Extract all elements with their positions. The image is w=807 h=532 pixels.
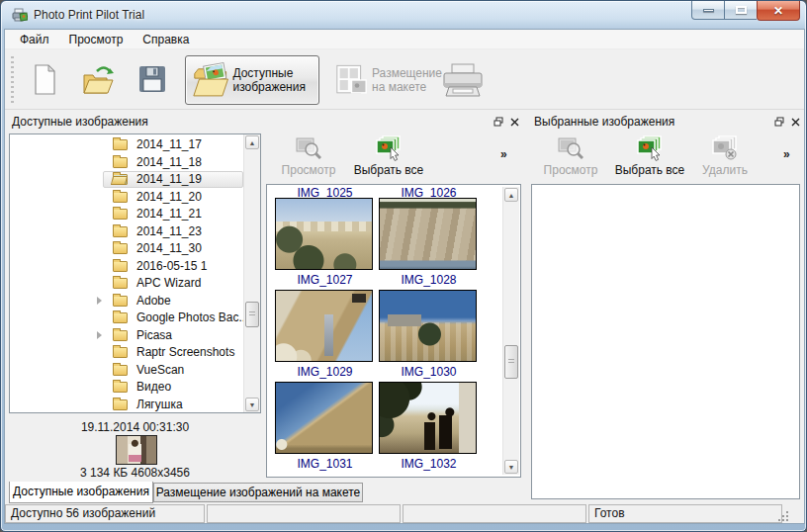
tree-item-label: Google Photos Bac... [136,310,248,324]
new-document-button[interactable] [31,64,58,100]
menu-bar: Файл Просмотр Справка [5,30,804,49]
maximize-button[interactable] [725,1,757,20]
folder-icon [113,330,128,341]
thumbnail-item[interactable]: IMG_1030 [379,290,479,379]
tree-item[interactable]: Google Photos Bac... [10,310,260,327]
status-section-empty [207,504,401,523]
selected-select-all-button[interactable]: Выбрать все [608,135,691,181]
thumbnail-item[interactable]: IMG_1027 [275,198,375,287]
thumbnail-item[interactable]: IMG_1029 [275,290,375,379]
folder-icon [113,399,128,410]
resize-grip[interactable] [778,511,788,521]
toolbar-drag-handle[interactable] [11,56,14,104]
selected-delete-button: Удалить [693,135,757,181]
status-ready: Готов [588,504,782,523]
open-button[interactable] [82,66,116,100]
expand-arrow-icon[interactable] [97,297,102,305]
menu-file[interactable]: Файл [10,31,59,48]
float-panel-button[interactable] [492,115,505,129]
tree-item[interactable]: 2014_11_23 [10,223,260,241]
thumbnails-list[interactable]: IMG_1025 IMG_1026 IMG_1027 IMG_1028 IMG_… [266,184,521,478]
scroll-up-icon[interactable]: ▲ [245,135,259,149]
minimize-button[interactable] [691,1,725,20]
selected-select-all-label: Выбрать все [615,163,685,177]
thumbs-toolbar-overflow-icon[interactable]: » [500,147,507,161]
layout-icon [335,62,368,98]
tab-available-images[interactable]: Доступные изображения [9,482,153,503]
float-panel-icon [493,117,503,127]
float-panel-button[interactable] [772,115,786,129]
thumbnail-photo[interactable] [275,382,373,454]
app-window: Photo Print Pilot Trial ✕ Файл Просмотр … [0,0,807,532]
close-icon: ✕ [773,5,783,17]
tree-item-label: Raptr Screenshots [136,345,234,359]
tree-scrollbar[interactable]: ▲ ▼ [243,134,260,412]
tree-item[interactable]: 2014_11_30 [10,240,260,258]
thumbnail-photo[interactable] [379,290,477,362]
tree-item[interactable]: APC Wizard [10,275,260,293]
folder-icon [113,226,128,237]
close-panel-button[interactable] [788,115,802,129]
available-images-panel-title: Доступные изображения [12,115,148,129]
menu-view[interactable]: Просмотр [59,31,134,48]
tree-item[interactable]: 2014_11_18 [10,154,260,172]
tree-item-selected[interactable]: 2014_11_19 [10,171,260,189]
folder-tree[interactable]: 2014_11_17 2014_11_18 2014_11_19 2014_11… [9,133,261,413]
thumbnail-photo[interactable] [379,382,477,454]
close-window-button[interactable]: ✕ [757,1,800,21]
thumbnail-photo[interactable] [379,198,477,270]
scroll-down-icon[interactable]: ▼ [504,460,518,474]
save-button[interactable] [138,65,166,97]
thumbnails-scrollbar-thumb[interactable] [504,345,518,379]
tree-item-label: 2014_11_30 [136,241,202,255]
titlebar[interactable]: Photo Print Pilot Trial ✕ [1,1,806,29]
tree-item[interactable]: Picasa [10,327,260,345]
thumbnail-item[interactable]: IMG_1032 [379,382,479,471]
folder-icon [113,243,128,254]
folder-icon [113,312,128,323]
selected-image-preview [116,435,157,465]
tree-item[interactable]: VueScan [10,362,260,380]
selected-delete-label: Удалить [702,163,748,177]
tree-item[interactable]: Raptr Screenshots [10,344,260,362]
tab-layout-placement[interactable]: Размещение изображений на макете [153,483,363,502]
close-panel-button[interactable] [507,115,521,129]
thumbnail-item[interactable]: IMG_1031 [275,382,375,471]
available-images-toolbar-button[interactable]: Доступные изображения [185,55,319,105]
save-icon [138,65,166,93]
selected-images-panel-header: Выбранные изображения [527,112,804,132]
float-panel-icon [774,117,784,127]
status-section-empty [403,504,586,523]
tree-scrollbar-thumb[interactable] [245,302,259,327]
selected-images-list[interactable] [531,184,800,499]
thumbnail-item[interactable]: IMG_1028 [379,198,479,287]
select-all-icon [637,135,663,161]
thumbnail-label: IMG_1029 [275,365,375,379]
tree-item-label: 2014_11_17 [136,137,202,151]
tree-item[interactable]: 2014_11_17 [10,136,260,154]
thumbnail-photo[interactable] [275,290,373,362]
thumbnails-scrollbar[interactable]: ▲ ▼ [502,187,519,475]
minimize-icon [703,9,714,12]
thumbs-select-all-button[interactable]: Выбрать все [347,135,430,181]
scroll-up-icon[interactable]: ▲ [504,188,518,202]
tree-item[interactable]: 2014_11_21 [10,206,260,223]
status-available-count: Доступно 56 изображений [5,504,205,523]
tree-item-label: 2014_11_18 [136,155,202,169]
folder-icon [113,261,128,272]
selected-toolbar-overflow-icon[interactable]: » [783,147,790,161]
folder-icon [113,192,128,203]
tree-item[interactable]: Видео [10,379,260,397]
tree-item[interactable]: 2016-05-15 1 [10,258,260,276]
tree-item[interactable]: 2014_11_20 [10,189,260,207]
thumbnail-photo[interactable] [275,198,373,270]
tree-item[interactable]: Adobe [10,293,260,310]
menu-help[interactable]: Справка [133,31,199,48]
tree-item[interactable]: Лягушка [10,397,260,414]
thumbnail-label: IMG_1031 [275,457,375,471]
expand-arrow-icon[interactable] [97,331,102,339]
scroll-down-icon[interactable]: ▼ [245,398,259,411]
tree-item-label: Picasa [136,328,172,342]
preview-icon [296,135,321,161]
thumbs-preview-label: Просмотр [282,163,336,177]
